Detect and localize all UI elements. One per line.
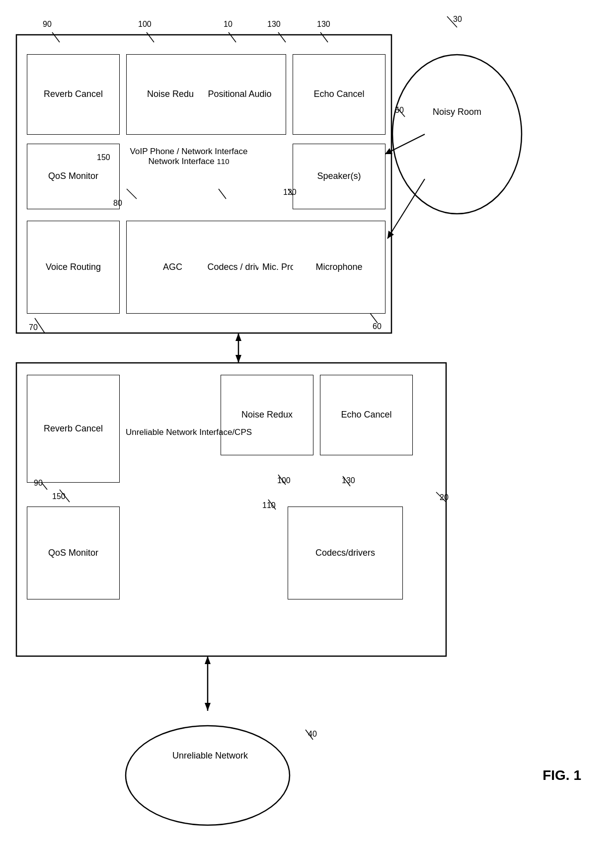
num-60-top: 60 bbox=[373, 322, 382, 331]
num-150-top: 150 bbox=[97, 153, 110, 162]
svg-marker-26 bbox=[387, 231, 394, 239]
svg-line-32 bbox=[229, 32, 236, 42]
speakers-top: Speaker(s) bbox=[293, 144, 385, 209]
num-90-top: 90 bbox=[43, 20, 52, 29]
voip-label: VoIP Phone / Network Interface Network I… bbox=[119, 147, 258, 167]
num-70-top: 70 bbox=[29, 323, 38, 332]
num-100-top: 100 bbox=[138, 20, 152, 29]
positional-audio-top: Positional Audio bbox=[194, 55, 286, 134]
svg-line-36 bbox=[127, 189, 137, 199]
reverb-cancel-bot: Reverb Cancel bbox=[27, 375, 119, 482]
num-120-top: 120 bbox=[283, 188, 297, 197]
svg-line-30 bbox=[52, 32, 60, 42]
svg-line-40 bbox=[370, 313, 378, 323]
svg-line-33 bbox=[278, 32, 286, 42]
num-10-top: 10 bbox=[224, 20, 232, 29]
svg-line-27 bbox=[385, 134, 425, 154]
qos-monitor-bot: QoS Monitor bbox=[27, 507, 119, 599]
num-80-top: 80 bbox=[113, 199, 122, 208]
unreliable-network-interface-label: Unreliable Network Interface/CPS bbox=[119, 427, 258, 437]
svg-marker-22 bbox=[205, 703, 211, 711]
codecs-drivers-bot: Codecs/drivers bbox=[288, 507, 402, 599]
noisy-room-label: Noisy Room bbox=[425, 107, 489, 117]
unreliable-network-label: Unreliable Network bbox=[158, 751, 262, 761]
num-50: 50 bbox=[395, 106, 404, 115]
num-40: 40 bbox=[308, 730, 317, 739]
num-20: 20 bbox=[440, 493, 449, 502]
voice-routing-top: Voice Routing bbox=[27, 221, 119, 313]
num-30: 30 bbox=[453, 15, 462, 24]
microphone-top: Microphone bbox=[293, 221, 385, 313]
svg-line-37 bbox=[219, 189, 226, 199]
noise-redux-bot: Noise Redux bbox=[221, 375, 313, 455]
svg-marker-28 bbox=[385, 148, 392, 154]
svg-line-25 bbox=[387, 179, 425, 239]
reverb-cancel-top: Reverb Cancel bbox=[27, 55, 119, 134]
svg-line-34 bbox=[320, 32, 328, 42]
diagram-container: 90 100 10 130 130 Reverb Cancel Noise Re… bbox=[0, 0, 616, 848]
svg-marker-23 bbox=[205, 656, 211, 664]
svg-point-24 bbox=[392, 55, 522, 214]
num-100-bot: 100 bbox=[277, 476, 291, 485]
svg-marker-14 bbox=[235, 333, 241, 341]
echo-cancel-top: Echo Cancel bbox=[293, 55, 385, 134]
svg-marker-13 bbox=[235, 355, 241, 363]
num-140-top: 130 bbox=[267, 20, 281, 29]
fig-label: FIG. 1 bbox=[542, 767, 581, 783]
num-130-top: 130 bbox=[317, 20, 330, 29]
num-110-bot: 110 bbox=[262, 501, 276, 510]
num-90-bot: 90 bbox=[34, 479, 43, 488]
num-150-bot: 150 bbox=[52, 492, 66, 501]
num-130-bot: 130 bbox=[342, 476, 355, 485]
svg-point-29 bbox=[126, 726, 290, 825]
svg-line-31 bbox=[147, 32, 154, 42]
echo-cancel-bot: Echo Cancel bbox=[320, 375, 412, 455]
